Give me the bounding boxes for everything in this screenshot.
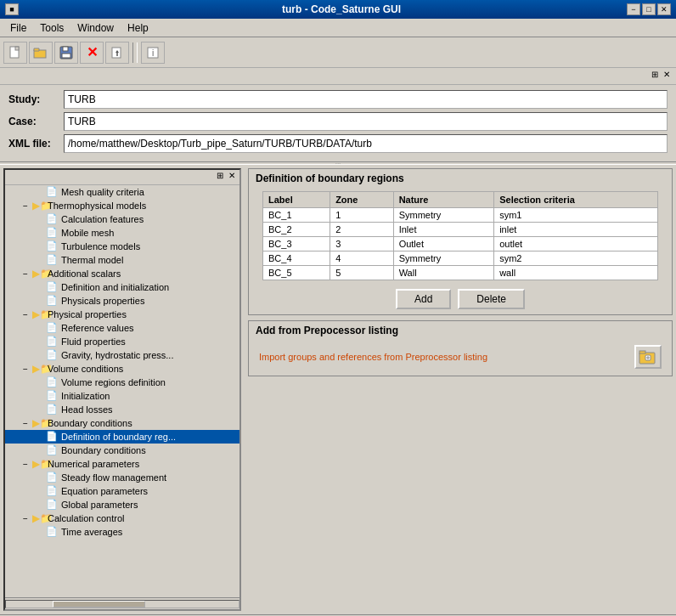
maximize-button[interactable]: □ bbox=[642, 3, 656, 15]
tree-label-thermal-model: Thermal model bbox=[61, 255, 123, 265]
cell-nature-4: Wall bbox=[393, 266, 494, 280]
file-icon-global-params: 📄 bbox=[46, 499, 59, 511]
preproc-file-button[interactable] bbox=[634, 345, 662, 369]
tree-node-turbulence[interactable]: 📄Turbulence models bbox=[5, 240, 239, 253]
preproc-content: Import groups and references from Prepro… bbox=[256, 342, 665, 372]
table-row[interactable]: BC_55Wallwall bbox=[263, 266, 658, 280]
tree-label-physical-properties: Physical properties bbox=[48, 309, 127, 319]
file-icon-ref-values: 📄 bbox=[46, 322, 59, 334]
sub-restore-btn[interactable]: ⊞ bbox=[649, 70, 661, 82]
tree-node-physical-properties[interactable]: −▶📁Physical properties bbox=[5, 308, 239, 321]
tree-node-ref-values[interactable]: 📄Reference values bbox=[5, 321, 239, 335]
folder-icon-additional-scalars: ▶📁 bbox=[32, 268, 46, 280]
close-file-button[interactable]: ✕ bbox=[80, 42, 104, 64]
xml-label: XML file: bbox=[8, 138, 64, 150]
new-button[interactable] bbox=[3, 42, 27, 64]
cell-selection-4: wall bbox=[494, 266, 658, 280]
info-button[interactable]: i bbox=[141, 42, 165, 64]
tree-node-mesh-quality[interactable]: 📄Mesh quality criteria bbox=[5, 185, 239, 199]
tree-node-vol-regions[interactable]: 📄Volume regions definition bbox=[5, 376, 239, 389]
folder-icon-boundary-conditions: ▶📁 bbox=[32, 417, 46, 429]
tree-toggle-physical-properties[interactable]: − bbox=[19, 310, 32, 319]
cell-zone-0: 1 bbox=[330, 208, 394, 223]
tree-node-volume-conditions[interactable]: −▶📁Volume conditions bbox=[5, 362, 239, 376]
file-icon-eq-params: 📄 bbox=[46, 485, 59, 497]
folder-icon-physical-properties: ▶📁 bbox=[32, 308, 46, 320]
tree-node-def-init[interactable]: 📄Definition and initialization bbox=[5, 280, 239, 294]
tree-label-mobile-mesh: Mobile mesh bbox=[61, 228, 114, 238]
tree-node-eq-params[interactable]: 📄Equation parameters bbox=[5, 484, 239, 498]
file-icon-calc-features: 📄 bbox=[46, 213, 59, 225]
tree-node-head-losses[interactable]: 📄Head losses bbox=[5, 403, 239, 416]
left-close-btn[interactable]: ✕ bbox=[226, 171, 238, 184]
tree-node-numerical-params[interactable]: −▶📁Numerical parameters bbox=[5, 457, 239, 471]
xml-input[interactable] bbox=[64, 134, 668, 153]
tree-toggle-numerical-params[interactable]: − bbox=[19, 460, 32, 469]
boundary-regions-panel: Definition of boundary regions Label Zon… bbox=[248, 168, 673, 315]
file-icon-steady-flow: 📄 bbox=[46, 472, 59, 483]
table-row[interactable]: BC_11Symmetrysym1 bbox=[263, 208, 658, 223]
add-button[interactable]: Add bbox=[396, 289, 451, 309]
tree-toggle-boundary-conditions[interactable]: − bbox=[19, 419, 32, 428]
svg-text:i: i bbox=[152, 48, 154, 58]
tree-label-calc-features: Calculation features bbox=[61, 214, 144, 224]
menu-file[interactable]: File bbox=[3, 20, 33, 36]
delete-button[interactable]: Delete bbox=[458, 289, 525, 309]
cell-selection-2: outlet bbox=[494, 237, 658, 251]
case-input[interactable] bbox=[64, 112, 668, 131]
tree-node-calc-control[interactable]: −▶📁Calculation control bbox=[5, 511, 239, 525]
window-title: turb - Code_Saturne GUI bbox=[56, 3, 627, 15]
export-button[interactable] bbox=[105, 42, 129, 64]
save-button[interactable] bbox=[54, 42, 78, 64]
horizontal-scrollbar[interactable] bbox=[5, 597, 239, 609]
tree-node-gravity[interactable]: 📄Gravity, hydrostatic press... bbox=[5, 348, 239, 362]
tree-node-global-params[interactable]: 📄Global parameters bbox=[5, 498, 239, 511]
tree-node-phys-props[interactable]: 📄Physicals properties bbox=[5, 294, 239, 308]
tree-node-additional-scalars[interactable]: −▶📁Additional scalars bbox=[5, 267, 239, 280]
left-restore-btn[interactable]: ⊞ bbox=[214, 171, 226, 184]
tree-node-fluid-props[interactable]: 📄Fluid properties bbox=[5, 335, 239, 348]
cell-selection-0: sym1 bbox=[494, 208, 658, 223]
tree-toggle-thermophysical[interactable]: − bbox=[19, 201, 32, 211]
sub-close-btn[interactable]: ✕ bbox=[661, 70, 673, 82]
tree-label-volume-conditions: Volume conditions bbox=[48, 364, 123, 374]
tree-label-mesh-quality: Mesh quality criteria bbox=[61, 187, 144, 197]
tree-node-thermal-model[interactable]: 📄Thermal model bbox=[5, 253, 239, 267]
close-button[interactable]: ✕ bbox=[657, 3, 671, 15]
cell-label-4: BC_5 bbox=[263, 266, 330, 280]
tree-node-def-bc[interactable]: 📄Definition of boundary reg... bbox=[5, 430, 239, 444]
menu-help[interactable]: Help bbox=[121, 20, 155, 36]
tree-toggle-volume-conditions[interactable]: − bbox=[19, 365, 32, 374]
preproc-title: Add from Prepocessor listing bbox=[256, 325, 665, 336]
tree-container[interactable]: 📄Mesh quality criteria−▶📁Thermophysical … bbox=[5, 185, 239, 597]
table-row[interactable]: BC_22Inletinlet bbox=[263, 223, 658, 237]
form-area: Study: Case: XML file: bbox=[0, 85, 676, 161]
tree-node-initialization[interactable]: 📄Initialization bbox=[5, 389, 239, 403]
cell-zone-3: 4 bbox=[330, 251, 394, 266]
cell-nature-2: Outlet bbox=[393, 237, 494, 251]
tree-node-mobile-mesh[interactable]: 📄Mobile mesh bbox=[5, 226, 239, 240]
tree-toggle-additional-scalars[interactable]: − bbox=[19, 269, 32, 279]
table-row[interactable]: BC_33Outletoutlet bbox=[263, 237, 658, 251]
table-row[interactable]: BC_44Symmetrysym2 bbox=[263, 251, 658, 266]
study-input[interactable] bbox=[64, 90, 668, 109]
tree-node-boundary-conditions[interactable]: −▶📁Boundary conditions bbox=[5, 416, 239, 430]
svg-rect-12 bbox=[639, 351, 645, 353]
cell-zone-2: 3 bbox=[330, 237, 394, 251]
menu-window[interactable]: Window bbox=[70, 20, 121, 36]
file-icon-thermal-model: 📄 bbox=[46, 254, 59, 266]
minimize-button[interactable]: − bbox=[627, 3, 640, 15]
file-icon-def-init: 📄 bbox=[46, 281, 59, 293]
open-button[interactable] bbox=[29, 42, 53, 64]
tree-toggle-calc-control[interactable]: − bbox=[19, 514, 32, 523]
menu-tools[interactable]: Tools bbox=[33, 20, 70, 36]
tree-label-steady-flow: Steady flow management bbox=[61, 472, 166, 483]
tree-node-time-averages[interactable]: 📄Time averages bbox=[5, 525, 239, 539]
tree-node-steady-flow[interactable]: 📄Steady flow management bbox=[5, 471, 239, 484]
case-label: Case: bbox=[8, 116, 64, 127]
tree-node-thermophysical[interactable]: −▶📁Thermophysical models bbox=[5, 199, 239, 212]
tree-label-head-losses: Head losses bbox=[61, 404, 113, 415]
tree-node-calc-features[interactable]: 📄Calculation features bbox=[5, 212, 239, 226]
preproc-text: Import groups and references from Prepro… bbox=[259, 352, 487, 362]
tree-node-bc[interactable]: 📄Boundary conditions bbox=[5, 444, 239, 457]
